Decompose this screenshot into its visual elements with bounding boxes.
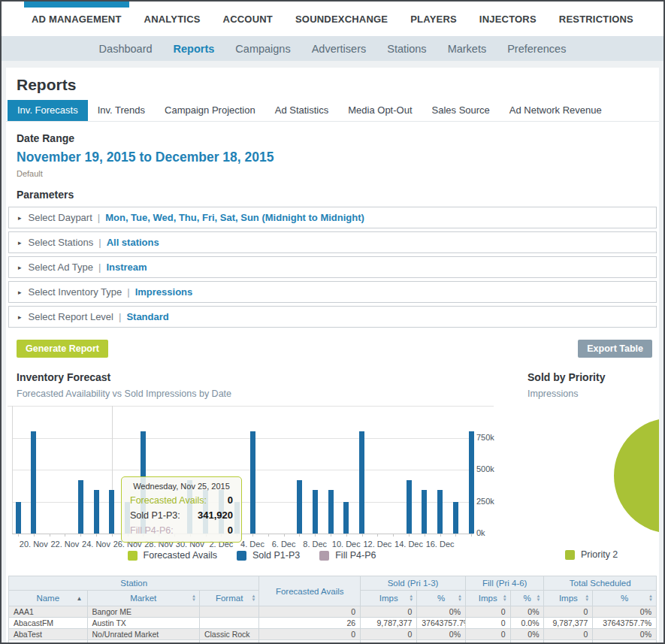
column-header-name[interactable]: Name▲ bbox=[9, 591, 88, 606]
content-card: Reports Inv. ForecastsInv. TrendsCampaig… bbox=[6, 68, 659, 644]
pie-chart[interactable] bbox=[608, 412, 659, 540]
bar-sold-p1-p3-dec-17[interactable] bbox=[453, 502, 458, 534]
export-table-button[interactable]: Export Table bbox=[578, 340, 652, 358]
bar-sold-p1-p3-dec-11[interactable] bbox=[359, 431, 364, 534]
sort-both-icon[interactable]: ▲▼ bbox=[537, 594, 541, 602]
table-cell: 0 bbox=[259, 606, 361, 618]
tooltip-label: Fill P4-P6: bbox=[130, 523, 174, 538]
tab-media-opt-out[interactable]: Media Opt-Out bbox=[338, 100, 422, 121]
column-label: Market bbox=[130, 594, 156, 603]
sub-nav-item-markets[interactable]: Markets bbox=[437, 43, 497, 55]
bar-sold-p1-p3-dec-15[interactable] bbox=[422, 490, 427, 534]
bar-sold-p1-p3-dec-16[interactable] bbox=[437, 490, 443, 534]
tab-inv-forecasts[interactable]: Inv. Forecasts bbox=[8, 100, 88, 121]
date-range-heading: Date Range bbox=[17, 132, 648, 144]
bar-sold-p1-p3-nov-23[interactable] bbox=[78, 480, 83, 534]
x-axis-tick bbox=[252, 534, 253, 537]
legend-item-sold-p1-p3[interactable]: Sold P1-P3 bbox=[237, 550, 300, 561]
column-header-imps[interactable]: Imps▲▼ bbox=[544, 591, 593, 606]
sub-nav-item-preferences[interactable]: Preferences bbox=[497, 43, 576, 55]
table-row-abatest[interactable]: AbaTestNo/Unrated MarketClassic Rock000%… bbox=[9, 629, 657, 640]
parameter-row-select-daypart[interactable]: ▸Select Daypart|Mon, Tue, Wed, Thu, Fri,… bbox=[8, 207, 657, 228]
bar-sold-p1-p3-nov-19[interactable] bbox=[16, 502, 21, 534]
tooltip-date: Wednesday, Nov 25, 2015 bbox=[130, 482, 233, 491]
sub-nav-item-stations[interactable]: Stations bbox=[376, 43, 437, 55]
group-header-total-scheduled: Total Scheduled bbox=[544, 576, 657, 591]
tooltip-value: 0 bbox=[228, 493, 233, 508]
column-header-format[interactable]: Format▲▼ bbox=[199, 591, 258, 606]
table-row-aaa1[interactable]: AAA1Bangor ME000%00%00% bbox=[9, 606, 657, 618]
bar-sold-p1-p3-dec-4[interactable] bbox=[250, 431, 255, 534]
tab-inv-trends[interactable]: Inv. Trends bbox=[88, 100, 155, 121]
top-nav-item-ad-management[interactable]: AD MANAGEMENT bbox=[24, 2, 129, 36]
parameter-row-select-inventory-type[interactable]: ▸Select Inventory Type|Impressions bbox=[8, 281, 657, 303]
cell-station-name: AbaTest bbox=[9, 629, 88, 640]
legend-swatch-sold-p1-p3 bbox=[237, 551, 246, 561]
bar-chart-plot[interactable]: 0k250k500k750k20. Nov22. Nov24. Nov26. N… bbox=[8, 401, 496, 570]
sort-both-icon[interactable]: ▲▼ bbox=[192, 594, 196, 602]
column-header-[interactable]: %▲▼ bbox=[593, 591, 657, 606]
bar-sold-p1-p3-nov-24[interactable] bbox=[94, 490, 99, 534]
tab-campaign-projection[interactable]: Campaign Projection bbox=[155, 100, 265, 121]
bar-sold-p1-p3-dec-9[interactable] bbox=[328, 490, 334, 534]
bar-sold-p1-p3-dec-18[interactable] bbox=[469, 431, 474, 534]
top-nav-item-analytics[interactable]: ANALYTICS bbox=[137, 2, 208, 36]
tab-sales-source[interactable]: Sales Source bbox=[422, 100, 500, 121]
bar-sold-p1-p3-dec-8[interactable] bbox=[313, 490, 318, 534]
sort-both-icon[interactable]: ▲▼ bbox=[503, 594, 507, 602]
bar-sold-p1-p3-dec-14[interactable] bbox=[407, 480, 412, 534]
bar-sold-p1-p3-nov-25[interactable] bbox=[109, 490, 114, 534]
group-header-station: Station bbox=[9, 576, 259, 591]
column-header-[interactable]: %▲▼ bbox=[510, 591, 544, 606]
tab-ad-statistics[interactable]: Ad Statistics bbox=[265, 100, 339, 121]
bar-sold-p1-p3-dec-10[interactable] bbox=[343, 502, 349, 534]
sort-both-icon[interactable]: ▲▼ bbox=[409, 594, 413, 602]
column-header-imps[interactable]: Imps▲▼ bbox=[361, 591, 417, 606]
column-header-imps[interactable]: Imps▲▼ bbox=[466, 591, 511, 606]
sort-both-icon[interactable]: ▲▼ bbox=[251, 594, 255, 602]
x-axis-tick bbox=[299, 534, 300, 537]
top-nav-item-account[interactable]: ACCOUNT bbox=[216, 2, 280, 36]
date-range-link[interactable]: November 19, 2015 to December 18, 2015 bbox=[17, 150, 274, 165]
sub-nav-item-reports[interactable]: Reports bbox=[163, 43, 225, 55]
sub-nav-item-campaigns[interactable]: Campaigns bbox=[225, 43, 301, 55]
table-cell: No/Unrated Market bbox=[87, 640, 199, 644]
tooltip-label: Forecasted Avails: bbox=[130, 493, 207, 508]
column-label: Format bbox=[216, 594, 243, 603]
parameter-value: Instream bbox=[106, 262, 147, 273]
bar-sold-p1-p3-dec-7[interactable] bbox=[297, 480, 302, 534]
table-cell: 0 bbox=[361, 629, 417, 640]
sub-nav-item-advertisers[interactable]: Advertisers bbox=[301, 43, 377, 55]
table-row-abacastfm[interactable]: AbacastFMAustin TX269,787,37737643757.7%… bbox=[9, 618, 657, 629]
top-nav-item-restrictions[interactable]: RESTRICTIONS bbox=[552, 2, 641, 36]
table-cell: 0 bbox=[544, 629, 593, 640]
sort-both-icon[interactable]: ▲▼ bbox=[458, 594, 462, 602]
parameter-row-select-stations[interactable]: ▸Select Stations|All stations bbox=[8, 231, 657, 253]
table-row-c638[interactable]: C638No/Unrated Market000%00%00% bbox=[9, 640, 657, 644]
x-axis-tick bbox=[315, 534, 316, 537]
x-axis-tick bbox=[65, 534, 65, 537]
sort-both-icon[interactable]: ▲▼ bbox=[648, 594, 653, 602]
pie-legend[interactable]: Priority 2 bbox=[565, 549, 618, 560]
top-nav-item-injectors[interactable]: INJECTORS bbox=[472, 2, 544, 36]
x-axis-tick bbox=[440, 534, 441, 537]
parameter-separator: | bbox=[122, 286, 135, 298]
top-nav-item-soundexchange[interactable]: SOUNDEXCHANGE bbox=[288, 2, 395, 36]
sort-both-icon[interactable]: ▲▼ bbox=[585, 594, 589, 602]
parameter-value: Mon, Tue, Wed, Thu, Fri, Sat, Sun (Midni… bbox=[105, 212, 364, 223]
app-window: AD MANAGEMENTANALYTICSACCOUNTSOUNDEXCHAN… bbox=[0, 0, 665, 644]
chart-tooltip: Wednesday, Nov 25, 2015Forecasted Avails… bbox=[121, 476, 242, 543]
column-header-market[interactable]: Market▲▼ bbox=[87, 591, 199, 606]
generate-report-button[interactable]: Generate Report bbox=[17, 340, 108, 358]
parameter-row-select-ad-type[interactable]: ▸Select Ad Type|Instream bbox=[8, 256, 657, 278]
parameter-row-select-report-level[interactable]: ▸Select Report Level|Standard bbox=[8, 306, 657, 328]
legend-item-fill-p4-p6[interactable]: Fill P4-P6 bbox=[319, 550, 376, 561]
tab-ad-network-revenue[interactable]: Ad Network Revenue bbox=[500, 100, 612, 121]
legend-item-forecasted-avails[interactable]: Forecasted Avails bbox=[128, 550, 217, 561]
column-header-[interactable]: %▲▼ bbox=[417, 591, 466, 606]
bar-sold-p1-p3-nov-20[interactable] bbox=[31, 431, 36, 534]
x-axis-tick bbox=[377, 534, 378, 537]
top-nav-item-players[interactable]: PLAYERS bbox=[403, 2, 464, 36]
sub-nav-item-dashboard[interactable]: Dashboard bbox=[89, 43, 163, 55]
x-axis-tick bbox=[268, 534, 269, 537]
